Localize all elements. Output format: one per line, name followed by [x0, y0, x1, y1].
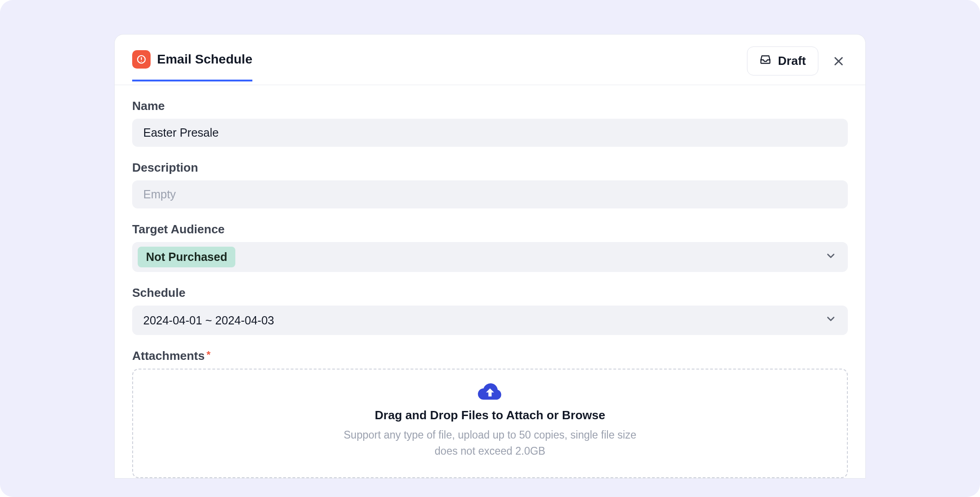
name-value: Easter Presale: [143, 126, 219, 139]
close-button[interactable]: [829, 52, 848, 70]
schedule-label: Schedule: [132, 286, 848, 300]
attachments-label-text: Attachments: [132, 349, 204, 363]
chevron-down-icon: [825, 250, 837, 265]
field-audience: Target Audience Not Purchased: [132, 222, 848, 272]
tab-title: Email Schedule: [157, 52, 252, 67]
audience-select[interactable]: Not Purchased: [132, 242, 848, 272]
field-description: Description Empty: [132, 161, 848, 208]
dropzone-title: Drag and Drop Files to Attach or Browse: [142, 408, 838, 422]
email-schedule-panel: Email Schedule Draft: [114, 34, 866, 479]
schedule-value: 2024-04-01 ~ 2024-04-03: [143, 314, 274, 327]
description-placeholder: Empty: [143, 188, 176, 201]
close-icon: [833, 55, 845, 67]
name-input[interactable]: Easter Presale: [132, 119, 848, 147]
inbox-icon: [759, 53, 771, 69]
chevron-down-icon: [825, 313, 837, 328]
svg-point-2: [141, 61, 142, 62]
panel-header: Email Schedule Draft: [115, 35, 865, 85]
attachments-dropzone[interactable]: Drag and Drop Files to Attach or Browse …: [132, 369, 848, 478]
attachments-label: Attachments*: [132, 349, 848, 363]
description-label: Description: [132, 161, 848, 175]
audience-chip: Not Purchased: [138, 247, 235, 267]
draft-button[interactable]: Draft: [747, 46, 818, 75]
tab-email-schedule[interactable]: Email Schedule: [132, 50, 252, 81]
audience-label: Target Audience: [132, 222, 848, 237]
schedule-select[interactable]: 2024-04-01 ~ 2024-04-03: [132, 306, 848, 335]
required-asterisk: *: [206, 349, 210, 360]
field-schedule: Schedule 2024-04-01 ~ 2024-04-03: [132, 286, 848, 335]
dropzone-subtitle: Support any type of file, upload up to 5…: [333, 427, 647, 459]
field-name: Name Easter Presale: [132, 99, 848, 147]
cloud-upload-icon: [142, 381, 838, 404]
name-label: Name: [132, 99, 848, 113]
header-actions: Draft: [747, 46, 848, 85]
draft-label: Draft: [778, 54, 806, 68]
alert-icon: [132, 50, 151, 69]
field-attachments: Attachments* Drag and Drop Files to Atta…: [132, 349, 848, 478]
page-background: Email Schedule Draft: [0, 0, 980, 497]
description-input[interactable]: Empty: [132, 180, 848, 208]
panel-body: Name Easter Presale Description Empty Ta…: [115, 85, 865, 478]
